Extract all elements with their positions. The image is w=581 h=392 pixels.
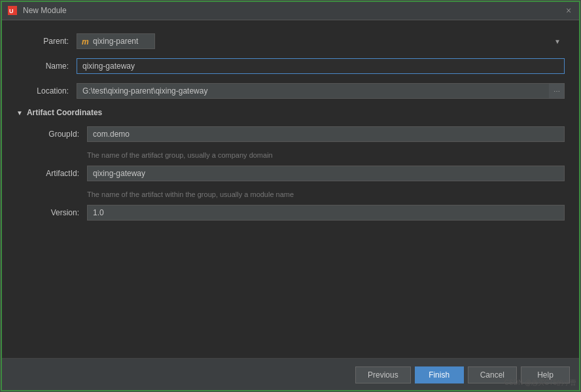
collapse-toggle[interactable]: ▼ xyxy=(16,109,23,116)
artifactid-control xyxy=(87,166,565,181)
groupid-control xyxy=(87,126,565,142)
version-row: Version: xyxy=(27,205,565,221)
artifact-section-title: Artifact Coordinates xyxy=(27,108,102,117)
dialog-title: New Module xyxy=(23,6,67,15)
groupid-hint: The name of the artifact group, usually … xyxy=(87,151,565,159)
previous-button[interactable]: Previous xyxy=(355,366,411,383)
parent-row: Parent: qixing-parent m ▼ xyxy=(16,33,565,49)
browse-button[interactable]: ⋯ xyxy=(549,83,565,99)
location-label: Location: xyxy=(16,86,69,96)
folder-icon: ⋯ xyxy=(554,88,560,95)
name-row: Name: xyxy=(16,58,565,74)
groupid-row: GroupId: xyxy=(27,126,565,142)
finish-button[interactable]: Finish xyxy=(415,366,464,383)
artifactid-row: ArtifactId: xyxy=(27,166,565,181)
svg-text:U: U xyxy=(9,8,14,14)
chevron-down-icon: ▼ xyxy=(554,38,561,45)
version-label: Version: xyxy=(27,208,79,217)
close-button[interactable]: × xyxy=(562,4,575,17)
version-control xyxy=(87,205,565,221)
artifactid-input[interactable] xyxy=(87,166,565,181)
artifact-group: GroupId: The name of the artifact group,… xyxy=(27,126,565,221)
watermark-text: CSDN @恋买CT5的小曹 xyxy=(504,378,576,387)
location-row: Location: ⋯ xyxy=(16,83,565,99)
name-control xyxy=(77,58,565,74)
artifact-section-header: ▼ Artifact Coordinates xyxy=(16,108,565,117)
title-bar: U New Module × xyxy=(1,1,580,20)
artifactid-label: ArtifactId: xyxy=(27,169,79,178)
name-label: Name: xyxy=(16,62,69,71)
intellij-icon: U xyxy=(7,5,18,16)
new-module-dialog: U New Module × Parent: qixing-parent m ▼… xyxy=(0,0,581,392)
dialog-content: Parent: qixing-parent m ▼ Name: Location… xyxy=(1,20,580,358)
parent-label: Parent: xyxy=(16,37,69,46)
parent-control: qixing-parent m ▼ xyxy=(77,33,565,49)
groupid-label: GroupId: xyxy=(27,130,79,139)
artifactid-hint: The name of the artifact within the grou… xyxy=(87,190,565,198)
location-control: ⋯ xyxy=(77,83,565,99)
groupid-input[interactable] xyxy=(87,126,565,142)
dialog-footer: Previous Finish Cancel Help xyxy=(1,358,580,391)
name-input[interactable] xyxy=(77,58,565,74)
parent-select[interactable]: qixing-parent xyxy=(77,33,155,49)
location-input[interactable] xyxy=(77,83,565,99)
version-input[interactable] xyxy=(87,205,565,221)
